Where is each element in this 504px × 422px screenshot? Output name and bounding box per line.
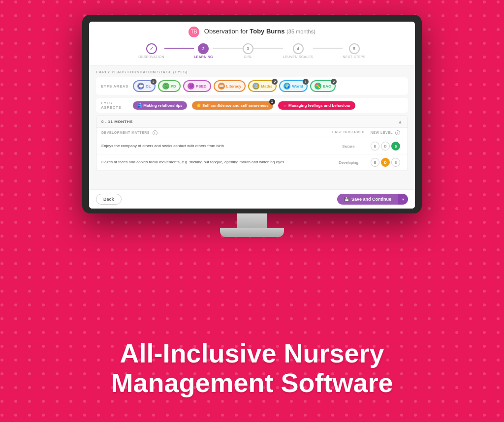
dev-row-1: Enjoys the company of others and seeks c…	[96, 138, 408, 154]
monitor-display: TB Observation for Toby Burns (35 months…	[82, 15, 422, 237]
chip-cl[interactable]: 💬 CL 2	[133, 80, 156, 92]
chip-world[interactable]: 🌍 World 1	[279, 80, 308, 92]
obs-title-text: Observation for	[204, 28, 248, 35]
chip-literacy[interactable]: 📖 Literacy	[214, 80, 246, 92]
col-header-matter: DEVELOPMENT MATTERS i	[101, 130, 329, 135]
step-circle-4: 4	[293, 43, 304, 54]
chip-icon-psed: 💜	[188, 83, 194, 90]
step-nextsteps: 5 NEXT STEPS	[343, 43, 365, 59]
dev-level-btns-1: E D S	[368, 142, 403, 151]
level-btn-d-1[interactable]: D	[381, 142, 390, 151]
chip-psed[interactable]: 💜 PSED	[183, 80, 211, 92]
save-continue-button[interactable]: 💾 Save and Continue	[337, 194, 398, 205]
step-label-1: OBSERVATION	[138, 55, 164, 59]
step-line-4	[313, 48, 343, 49]
level-btn-s-2[interactable]: S	[391, 158, 400, 167]
obs-title: TB Observation for Toby Burns (35 months…	[99, 27, 405, 37]
dev-section: 0 - 11 MONTHS ▲ DEVELOPMENT MATTERS i LA…	[96, 116, 408, 171]
level-btn-e-1[interactable]: E	[371, 142, 379, 151]
save-icon: 💾	[344, 197, 349, 202]
save-continue-group: 💾 Save and Continue ▾	[337, 194, 408, 205]
monitor-screen: TB Observation for Toby Burns (35 months…	[89, 22, 415, 209]
step-line-2	[213, 48, 243, 49]
col-header-level: NEW LEVEL i	[368, 130, 403, 135]
expand-icon[interactable]: ▲	[398, 119, 403, 124]
tagline-line1: All-Inclusive Nursery	[120, 338, 384, 368]
chip-icon-cl: 💬	[137, 83, 144, 90]
tagline-line2: Management Software	[111, 368, 393, 397]
step-line-1	[164, 48, 194, 49]
content-area: EARLY YEARS FOUNDATION STAGE (EYFS) EYFS…	[89, 66, 415, 189]
screen-inner: TB Observation for Toby Burns (35 months…	[89, 22, 415, 209]
chip-icon-world: 🌍	[284, 83, 290, 90]
tagline: All-Inclusive Nursery Management Softwar…	[0, 339, 504, 397]
chip-maths[interactable]: 🔢 Maths 2	[248, 80, 277, 92]
bottom-bar: Back 💾 Save and Continue ▾	[89, 189, 415, 209]
save-continue-dropdown[interactable]: ▾	[398, 194, 408, 205]
step-learning: 2 LEARNING	[194, 43, 213, 59]
dev-section-header: 0 - 11 MONTHS ▲	[96, 116, 408, 128]
chip-icon-pd: 🏃	[162, 83, 169, 90]
age-range-label: 0 - 11 MONTHS	[101, 120, 133, 124]
level-btn-d-2[interactable]: D	[381, 158, 390, 167]
eyfs-areas-row: EYFS AREAS 💬 CL 2 🏃 PD	[96, 77, 408, 95]
eyfs-areas-label: EYFS AREAS	[101, 84, 133, 89]
dev-matter-2: Gazes at faces and copies facial movemen…	[101, 160, 329, 165]
aspect-badge-self: 1	[269, 99, 275, 105]
dev-level-btns-2: E D S	[368, 158, 403, 167]
monitor-stand-base	[220, 228, 284, 237]
level-btn-e-2[interactable]: E	[371, 158, 379, 167]
chip-icon-eao: ✏️	[315, 83, 321, 90]
dev-matter-1: Enjoys the company of others and seeks c…	[101, 144, 329, 149]
aspect-making-relationships[interactable]: 🫂 Making relationships	[133, 101, 187, 110]
chip-badge-world: 1	[303, 79, 309, 85]
aspect-self-confidence[interactable]: ⭐ Self confidence and self awareness 1	[192, 101, 273, 110]
step-label-3: CIRL	[244, 55, 252, 59]
step-circle-5: 5	[349, 43, 360, 54]
step-circle-1: ✓	[146, 43, 157, 54]
dev-table-header: DEVELOPMENT MATTERS i LAST OBSERVED NEW …	[96, 128, 408, 138]
chip-badge-maths: 2	[272, 79, 278, 85]
step-leuven: 4 LEUVEN SCALES	[283, 43, 313, 59]
progress-steps: ✓ OBSERVATION 2 LEARNING 3 CIRL	[99, 41, 405, 62]
dev-observed-1: Secure	[329, 144, 368, 149]
child-age: (35 months)	[286, 29, 315, 34]
save-continue-label: Save and Continue	[351, 197, 391, 202]
aspects-chips: 🫂 Making relationships ⭐ Self confidence…	[133, 101, 358, 110]
level-btn-s-1[interactable]: S	[391, 142, 400, 151]
step-label-2: LEARNING	[194, 55, 213, 59]
dev-observed-2: Developing	[329, 160, 368, 165]
step-cirl: 3 CIRL	[243, 43, 253, 59]
chip-badge-cl: 2	[151, 79, 157, 85]
step-line-3	[253, 48, 283, 49]
info-icon-level[interactable]: i	[395, 130, 400, 135]
chip-pd[interactable]: 🏃 PD	[158, 80, 181, 92]
avatar: TB	[189, 27, 199, 37]
step-circle-3: 3	[243, 43, 253, 54]
step-label-4: LEUVEN SCALES	[283, 55, 313, 59]
monitor-bezel: TB Observation for Toby Burns (35 months…	[82, 15, 422, 213]
chip-eao[interactable]: ✏️ EAO 2	[310, 80, 336, 92]
eyfs-aspects-row: EYFS ASPECTS 🫂 Making relationships ⭐ Se…	[96, 98, 408, 113]
chip-icon-maths: 🔢	[252, 83, 259, 90]
aspect-managing-feelings[interactable]: 💗 Managing feelings and behaviour	[278, 101, 355, 110]
chip-icon-lit: 📖	[218, 83, 225, 90]
dev-row-2: Gazes at faces and copies facial movemen…	[96, 154, 408, 171]
obs-header: TB Observation for Toby Burns (35 months…	[89, 22, 415, 66]
eyfs-aspects-label: EYFS ASPECTS	[101, 101, 133, 110]
info-icon-matter[interactable]: i	[153, 130, 158, 135]
step-circle-2: 2	[198, 43, 209, 54]
step-observation: ✓ OBSERVATION	[138, 43, 164, 59]
child-name: Toby Burns	[250, 28, 284, 35]
chip-badge-eao: 2	[331, 79, 337, 85]
eyfs-chips: 💬 CL 2 🏃 PD 💜 PSED	[133, 80, 336, 92]
back-button[interactable]: Back	[96, 194, 122, 205]
col-header-observed: LAST OBSERVED	[329, 130, 368, 135]
monitor-stand-neck	[237, 213, 267, 228]
tagline-text: All-Inclusive Nursery Management Softwar…	[0, 339, 504, 397]
step-label-5: NEXT STEPS	[343, 55, 365, 59]
eyfs-section-label: EARLY YEARS FOUNDATION STAGE (EYFS)	[96, 70, 408, 74]
